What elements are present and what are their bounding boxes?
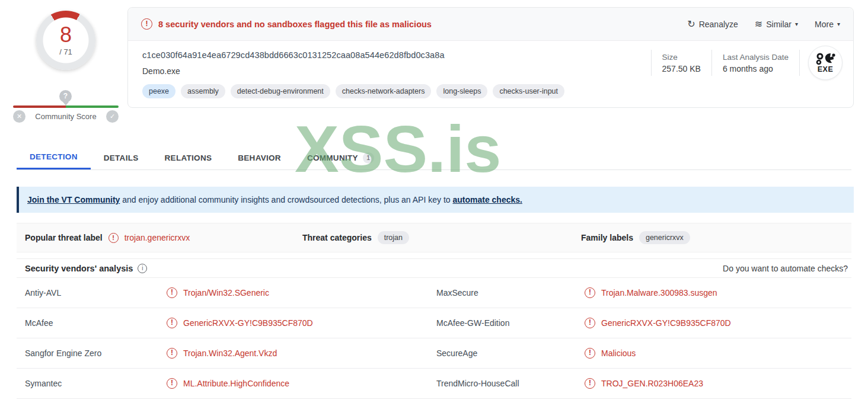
- result-text: TROJ_GEN.R023H06EA23: [601, 379, 703, 388]
- vendor-name: Symantec: [17, 379, 167, 388]
- threat-label-band: Popular threat label ! trojan.genericrxv…: [17, 223, 851, 252]
- result-text: GenericRXVX-GY!C9B935CF870D: [601, 318, 731, 328]
- reanalyze-label: Reanalyze: [699, 20, 738, 29]
- table-row: McAfee ! GenericRXVX-GY!C9B935CF870D McA…: [17, 308, 851, 338]
- popular-threat-label: Popular threat label: [25, 233, 103, 242]
- vendor-name: SecureAge: [436, 348, 585, 358]
- threat-exclamation-icon: !: [108, 233, 119, 243]
- card-header: ! 8 security vendors and no sandboxes fl…: [128, 8, 853, 41]
- alert-text: 8 security vendors and no sandboxes flag…: [158, 20, 432, 29]
- vendor-result: ! GenericRXVX-GY!C9B935CF870D: [167, 318, 436, 328]
- vendor-result: ! ML.Attribute.HighConfidence: [167, 378, 436, 389]
- vendors-table: Antiy-AVL ! Trojan/Win32.SGeneric MaxSec…: [17, 278, 851, 399]
- family-labels-group: Family labels genericrxvx: [581, 223, 690, 252]
- tag-peexe[interactable]: peexe: [142, 84, 175, 98]
- last-analysis-label: Last Analysis Date: [723, 53, 789, 62]
- vendor-name: Antiy-AVL: [17, 288, 167, 298]
- info-icon[interactable]: i: [138, 264, 147, 273]
- tab-community[interactable]: COMMUNITY 1: [294, 146, 387, 169]
- automate-checks-prompt[interactable]: Do you want to automate checks?: [723, 264, 848, 273]
- score-positives: 8: [60, 24, 72, 46]
- file-meta: Size 257.50 KB Last Analysis Date 6 mont…: [651, 46, 843, 80]
- tag-long-sleeps[interactable]: long-sleeps: [436, 84, 487, 98]
- banner-text: and enjoy additional community insights …: [120, 195, 452, 204]
- popular-threat-value[interactable]: trojan.genericrxvx: [125, 233, 190, 242]
- malicious-exclamation-icon: !: [585, 378, 595, 389]
- tag-detect-debug-environment[interactable]: detect-debug-environment: [231, 84, 330, 98]
- last-analysis-block: Last Analysis Date 6 months ago: [712, 53, 799, 73]
- similar-button[interactable]: ≋ Similar ▾: [755, 18, 798, 30]
- tab-details[interactable]: DETAILS: [91, 146, 152, 169]
- join-vt-community-link[interactable]: Join the VT Community: [27, 195, 120, 204]
- vote-malicious-icon[interactable]: ✕: [13, 110, 25, 123]
- threat-category-trojan[interactable]: trojan: [378, 231, 409, 244]
- vendor-result: ! Trojan/Win32.SGeneric: [167, 287, 436, 298]
- divider: [799, 50, 800, 76]
- more-button[interactable]: More ▾: [815, 20, 840, 29]
- community-score-bar: [13, 105, 119, 108]
- vendor-result: ! Trojan.Malware.300983.susgen: [585, 287, 851, 298]
- tag-assembly[interactable]: assembly: [181, 84, 225, 98]
- vendor-result: ! GenericRXVX-GY!C9B935CF870D: [585, 318, 851, 328]
- vendor-name: McAfee-GW-Edition: [436, 318, 585, 328]
- detection-alert: ! 8 security vendors and no sandboxes fl…: [141, 18, 432, 30]
- alert-exclamation-icon: !: [141, 18, 152, 30]
- malicious-exclamation-icon: !: [585, 287, 595, 298]
- tab-behavior[interactable]: BEHAVIOR: [225, 146, 294, 169]
- community-count-badge: 1: [363, 152, 374, 164]
- tag-checks-user-input[interactable]: checks-user-input: [493, 84, 564, 98]
- popular-threat-label-group: Popular threat label ! trojan.genericrxv…: [25, 223, 190, 252]
- malicious-exclamation-icon: !: [167, 287, 177, 298]
- community-score-marker-icon: ?: [59, 90, 72, 103]
- file-tags: peexe assembly detect-debug-environment …: [142, 84, 839, 98]
- malicious-exclamation-icon: !: [167, 318, 177, 328]
- gears-icon: [815, 53, 835, 66]
- exe-text: EXE: [818, 65, 834, 73]
- vote-harmless-icon[interactable]: ✓: [106, 110, 119, 123]
- reanalyze-button[interactable]: ↻ Reanalyze: [687, 18, 738, 30]
- table-row: Symantec ! ML.Attribute.HighConfidence T…: [17, 369, 851, 399]
- result-text: Trojan/Win32.SGeneric: [183, 288, 269, 298]
- more-label: More: [815, 20, 834, 29]
- size-label: Size: [662, 53, 701, 62]
- size-value: 257.50 KB: [662, 64, 701, 73]
- family-label-genericrxvx[interactable]: genericrxvx: [639, 231, 690, 244]
- threat-categories-group: Threat categories trojan: [302, 223, 409, 252]
- reanalyze-icon: ↻: [687, 18, 695, 30]
- header-actions: ↻ Reanalyze ≋ Similar ▾ More ▾: [687, 18, 840, 30]
- tag-checks-network-adapters[interactable]: checks-network-adapters: [336, 84, 432, 98]
- result-text: Malicious: [601, 348, 636, 358]
- analysis-title-group: Security vendors' analysis i: [25, 264, 147, 273]
- vendor-name: Sangfor Engine Zero: [17, 348, 167, 358]
- tab-community-label: COMMUNITY: [307, 147, 358, 169]
- vt-community-banner: Join the VT Community and enjoy addition…: [17, 187, 854, 213]
- file-type-exe-icon: EXE: [808, 46, 843, 80]
- malicious-exclamation-icon: !: [167, 378, 177, 389]
- vendor-result: ! Trojan.Win32.Agent.Vkzd: [167, 348, 436, 359]
- family-labels-label: Family labels: [581, 233, 633, 242]
- malicious-exclamation-icon: !: [585, 318, 595, 328]
- last-analysis-value: 6 months ago: [723, 64, 789, 73]
- community-score-label: Community Score: [35, 112, 96, 121]
- vendor-name: MaxSecure: [436, 288, 585, 298]
- result-text: Trojan.Malware.300983.susgen: [601, 288, 717, 298]
- tab-detection[interactable]: DETECTION: [17, 146, 91, 169]
- result-text: ML.Attribute.HighConfidence: [183, 379, 289, 388]
- analysis-title: Security vendors' analysis: [25, 264, 133, 273]
- community-score-row: ✕ Community Score ✓: [13, 110, 119, 123]
- vendor-name: McAfee: [17, 318, 167, 328]
- chevron-down-icon: ▾: [837, 21, 840, 27]
- file-summary-card: ! 8 security vendors and no sandboxes fl…: [127, 7, 854, 108]
- file-size-block: Size 257.50 KB: [652, 53, 711, 73]
- vendor-result: ! TROJ_GEN.R023H06EA23: [585, 378, 851, 389]
- result-text: Trojan.Win32.Agent.Vkzd: [183, 348, 277, 358]
- malicious-exclamation-icon: !: [167, 348, 177, 359]
- detection-score-gauge: 8 / 71: [36, 11, 95, 70]
- automate-checks-link[interactable]: automate checks.: [452, 195, 522, 204]
- result-text: GenericRXVX-GY!C9B935CF870D: [183, 318, 313, 328]
- table-row: Sangfor Engine Zero ! Trojan.Win32.Agent…: [17, 338, 851, 369]
- analysis-header: Security vendors' analysis i Do you want…: [17, 258, 851, 278]
- table-row: Antiy-AVL ! Trojan/Win32.SGeneric MaxSec…: [17, 278, 851, 308]
- tab-relations[interactable]: RELATIONS: [152, 146, 225, 169]
- threat-categories-label: Threat categories: [302, 233, 372, 242]
